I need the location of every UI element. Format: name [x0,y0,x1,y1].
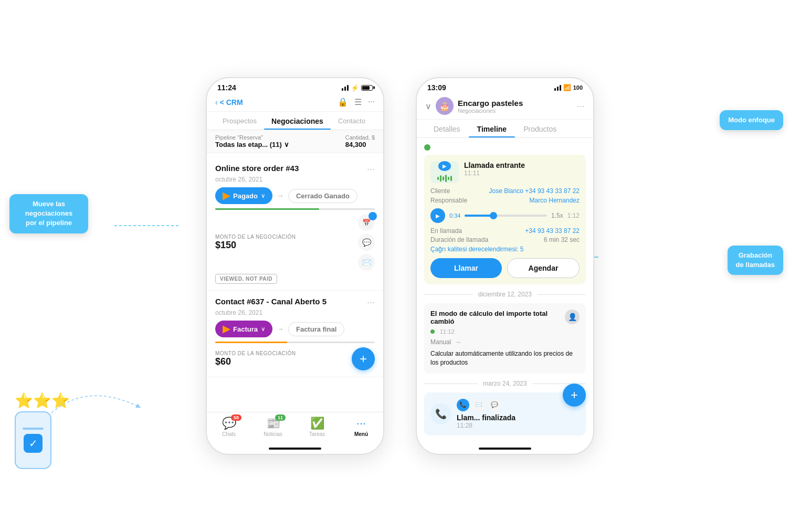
progress-fill-2 [215,342,287,343]
filter-icon[interactable]: ☰ [354,97,362,107]
deal-title-2: Contact #637 - Canal Aberto 5 [215,297,327,306]
back-arrow-icon: ‹ [215,98,218,107]
call-meta-responsable: Responsable Marco Hernandez [430,197,580,204]
tab-contacto[interactable]: Contacto [331,112,373,130]
rp-title-group: Encargo pasteles Negociaciones [458,99,577,114]
lock-icon[interactable]: 🔒 [338,97,348,107]
tareas-label: Tareas [309,431,325,437]
stage-row-1: ▶ Pagado ∨ → Cerrado Ganado [215,187,375,204]
call-card: ▶ Llamada entrante [424,155,586,284]
audio-duration: 1:12 [567,212,580,219]
activity-title: El modo de cálculo del importe total cam… [430,310,561,325]
signal-icon [342,85,349,91]
pipeline-value: Todas las etap... (11) ∨ [215,141,289,148]
chat-icon[interactable]: 💬 [358,234,375,251]
audio-play-button[interactable]: ▶ [430,208,445,223]
call-icon: 📞 [430,403,451,424]
duracion-value: 6 min 32 sec [544,236,580,243]
deal-dots-2[interactable]: ··· [367,297,375,308]
audio-fill [465,215,493,217]
nav-bar-left: ‹ < CRM 🔒 ☰ ··· [207,95,383,112]
nav-item-tareas[interactable]: ✅ Tareas [295,417,339,437]
call-meta-client: Cliente Jose Blanco +34 93 43 33 87 22 [430,187,580,195]
rp-avatar: 🎂 [436,97,454,115]
tab-productos[interactable]: Productos [515,120,565,137]
tooltip-top-right-text: Modo enfoque [728,116,775,124]
stage-badge-2[interactable]: ▶ Factura ∨ [215,321,272,337]
nav-item-noticias[interactable]: 11 📰 Noticias [251,417,295,437]
nav-item-chats[interactable]: 58 💬 Chats [207,417,251,437]
rp-back-button[interactable]: ∨ [425,101,431,111]
tab-timeline[interactable]: Timeline [469,120,515,137]
enllamada-label: En llamada [430,227,462,235]
audio-track[interactable] [465,215,547,217]
deal-title-1: Online store order #43 [215,164,299,173]
tab-negociaciones[interactable]: Negociaciones [264,112,331,130]
more-icon[interactable]: ··· [368,97,375,107]
arrow-icon-2: → [277,325,284,333]
tooltip-top-right: Modo enfoque [720,110,783,130]
client-value: Jose Blanco +34 93 43 33 87 22 [489,187,580,195]
decorative-area: ⭐⭐⭐ ✓ [15,392,70,469]
timeline-icon[interactable]: 📅 [358,214,375,231]
bottom-call-card: 📞 📞 ✉️ 💬 Llam... finalizada 11:28 [424,392,586,435]
audio-current-time: 0:34 [449,212,460,219]
mini-chat-icon: 💬 [488,399,501,411]
tab-prospectos[interactable]: Prospectos [215,112,264,130]
home-indicator-right [479,448,531,450]
deal-date-1: octubre 26, 2021 [215,176,375,183]
activity-from: Manual [430,338,451,346]
stage-badge-1[interactable]: ▶ Pagado ∨ [215,187,272,204]
activity-time: 11:12 [440,328,455,335]
play-button[interactable]: ▶ [438,161,451,171]
menu-icon: ··· [356,417,366,430]
call-rating: Çağrı kalitesi derecelendirmesi: 5 [430,246,580,253]
email-icon[interactable]: ✉️ [358,254,375,271]
deal-meta-row-2: MONTO DE LA NEGOCIACIÓN $60 + [215,347,375,370]
schedule-button[interactable]: Agendar [507,258,580,278]
pipeline-amount-col: Cantidad, $ 84,300 [345,134,375,148]
amount-label-1: MONTO DE LA NEGOCIACIÓN [215,234,296,240]
activity-change-row: Manual → [430,338,580,346]
fab-button-right[interactable]: + [563,384,586,407]
pipeline-left: Pipeline "Reserva" Todas las etap... (11… [215,134,289,148]
rp-more-icon[interactable]: ··· [577,101,585,112]
deal-meta-row-1: MONTO DE LA NEGOCIACIÓN $150 📅 💬 ✉️ [215,214,375,271]
fab-button[interactable]: + [352,347,375,370]
call-thumbnail: ▶ [430,161,459,183]
battery-icon [361,85,373,91]
activity-detail: Calcular automáticamente utilizando los … [430,349,580,367]
tooltip-bottom-right: Grabación de llamadas [728,246,783,275]
tooltip-bottom-right-text: Grabación de llamadas [736,251,775,269]
status-tag-1: VIEWED, NOT PAID [215,274,277,284]
arrow-icon: → [277,191,284,200]
amount-value: 84,300 [345,141,375,148]
deal-dots-1[interactable]: ··· [367,164,375,175]
action-buttons: Llamar Agendar [430,258,580,278]
deals-list: Online store order #43 ··· octubre 26, 2… [207,153,383,412]
dropdown-arrow-icon: ∨ [261,193,265,199]
bottom-nav: 58 💬 Chats 11 📰 Noticias ✅ Tareas ··· Me… [207,412,383,445]
mini-phone-icon: 📞 [457,399,469,411]
pipeline-row: Pipeline "Reserva" Todas las etap... (11… [207,130,383,153]
chats-label: Chats [222,431,236,437]
back-button-left[interactable]: ‹ < CRM [215,98,243,107]
time-left: 11:24 [217,83,236,92]
date-separator-1: diciembre 12, 2023 [424,291,586,298]
tooltip-left-text: Mueve las negociaciones por el pipeline [25,200,72,227]
call-card-header: ▶ Llamada entrante [430,161,580,183]
deal-amount-section-2: MONTO DE LA NEGOCIACIÓN $60 [215,350,296,367]
rp-title: Encargo pasteles [458,99,577,108]
stage-target-2: Factura final [288,322,344,336]
deal-date-2: octubre 26, 2021 [215,309,375,316]
amount-value-2: $60 [215,356,296,367]
nav-item-menu[interactable]: ··· Menú [339,417,383,437]
checkmark-icon: ✓ [24,434,43,453]
tabs-row-left: Prospectos Negociaciones Contacto [207,112,383,130]
noticias-label: Noticias [264,431,282,437]
home-indicator-left [269,448,321,450]
call-button[interactable]: Llamar [430,258,502,278]
connectors [0,0,800,532]
activity-arrow-icon: → [454,338,461,346]
tab-detalles[interactable]: Detalles [425,120,469,137]
